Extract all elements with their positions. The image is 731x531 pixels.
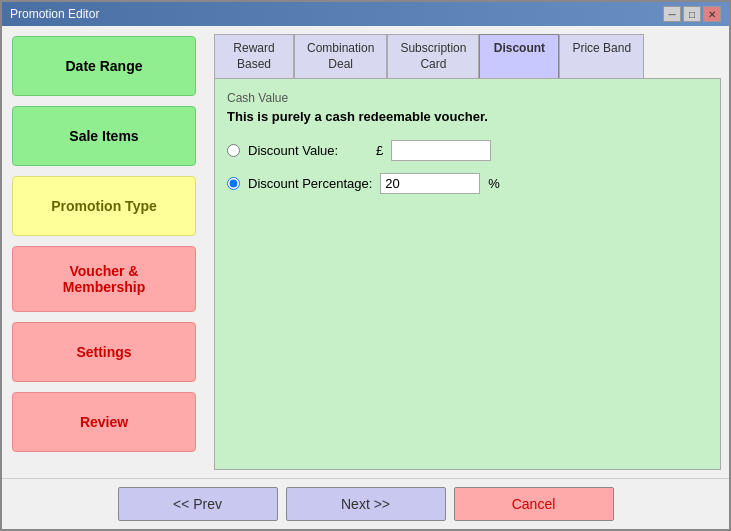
tab-discount[interactable]: Discount [479, 34, 559, 78]
promotion-editor-window: Promotion Editor ─ □ ✕ Date Range Sale I… [0, 0, 731, 531]
close-button[interactable]: ✕ [703, 6, 721, 22]
sidebar-item-voucher-membership[interactable]: Voucher &Membership [12, 246, 196, 312]
percent-symbol: % [488, 176, 500, 191]
discount-value-radio[interactable] [227, 144, 240, 157]
tab-bar: RewardBased CombinationDeal Subscription… [214, 34, 721, 78]
sidebar-item-date-range[interactable]: Date Range [12, 36, 196, 96]
sidebar: Date Range Sale Items Promotion Type Vou… [2, 26, 206, 478]
window-title: Promotion Editor [10, 7, 99, 21]
title-bar-controls: ─ □ ✕ [663, 6, 721, 22]
prev-button[interactable]: << Prev [118, 487, 278, 521]
tab-price-band[interactable]: Price Band [559, 34, 644, 78]
main-content: Date Range Sale Items Promotion Type Vou… [2, 26, 729, 478]
discount-percentage-label: Discount Percentage: [248, 176, 372, 191]
main-area: RewardBased CombinationDeal Subscription… [206, 26, 729, 478]
tab-subscription-card[interactable]: SubscriptionCard [387, 34, 479, 78]
maximize-button[interactable]: □ [683, 6, 701, 22]
tab-reward-based[interactable]: RewardBased [214, 34, 294, 78]
cash-value-label: Cash Value [227, 91, 708, 105]
cancel-button[interactable]: Cancel [454, 487, 614, 521]
discount-value-row: Discount Value: £ [227, 140, 708, 161]
discount-percentage-row: Discount Percentage: % [227, 173, 708, 194]
minimize-button[interactable]: ─ [663, 6, 681, 22]
discount-percentage-radio[interactable] [227, 177, 240, 190]
sidebar-item-sale-items[interactable]: Sale Items [12, 106, 196, 166]
tab-content-discount: Cash Value This is purely a cash redeema… [214, 78, 721, 470]
sidebar-item-review[interactable]: Review [12, 392, 196, 452]
currency-symbol: £ [376, 143, 383, 158]
next-button[interactable]: Next >> [286, 487, 446, 521]
discount-value-label: Discount Value: [248, 143, 368, 158]
cash-value-description: This is purely a cash redeemable voucher… [227, 109, 708, 124]
discount-value-input[interactable] [391, 140, 491, 161]
title-bar: Promotion Editor ─ □ ✕ [2, 2, 729, 26]
tab-combination-deal[interactable]: CombinationDeal [294, 34, 387, 78]
sidebar-item-promotion-type[interactable]: Promotion Type [12, 176, 196, 236]
footer: << Prev Next >> Cancel [2, 478, 729, 529]
sidebar-item-settings[interactable]: Settings [12, 322, 196, 382]
discount-percentage-input[interactable] [380, 173, 480, 194]
